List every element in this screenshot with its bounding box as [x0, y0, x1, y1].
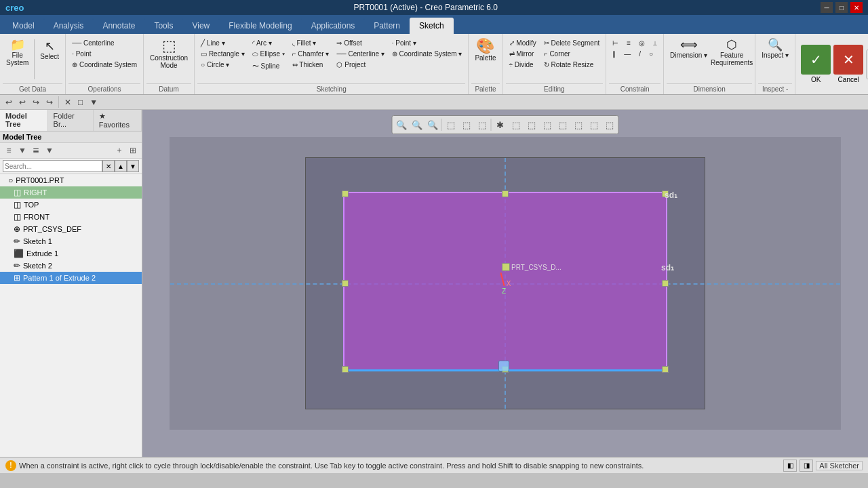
sidebar-tab-favorites[interactable]: ★ Favorites [94, 110, 142, 131]
vp-tool6-button[interactable]: ⬚ [587, 117, 601, 132]
constrain-btn-4[interactable]: ⟂ [650, 38, 660, 48]
sidebar-tab-model-tree[interactable]: Model Tree [0, 110, 48, 131]
tab-pattern[interactable]: Pattern [364, 18, 410, 34]
maximize-button[interactable]: □ [835, 2, 848, 13]
vp-tool7-button[interactable]: ⬚ [602, 117, 617, 132]
tab-tools[interactable]: Tools [144, 18, 182, 34]
qa-redo2-button[interactable]: ↪ [43, 96, 56, 108]
mirror-button[interactable]: ⇌ Mirror [506, 49, 540, 59]
line-button[interactable]: ╱ Line ▾ [197, 38, 248, 48]
delete-segment-button[interactable]: ✂ Delete Segment [540, 38, 604, 48]
tab-annotate[interactable]: Annotate [93, 18, 144, 34]
coord-system-button[interactable]: ⊕ Coordinate System [68, 60, 140, 70]
coord-system2-button[interactable]: ⊕ Coordinate System ▾ [389, 49, 466, 59]
handle-top-center[interactable] [502, 190, 509, 197]
cancel-button[interactable]: ✕ [833, 45, 863, 75]
close-button[interactable]: ✕ [850, 2, 863, 13]
point-button[interactable]: · Point [68, 49, 140, 59]
palette-button[interactable]: 🎨 Palette [471, 37, 499, 64]
constrain-btn-1[interactable]: ⊢ [609, 38, 622, 48]
tree-item-sketch1[interactable]: ✏ Sketch 1 [0, 235, 142, 247]
status-right-btn[interactable]: ◨ [800, 460, 813, 472]
vp-zoom-out-button[interactable]: 🔍 [410, 117, 425, 132]
corner-button[interactable]: ⌐ Corner [540, 49, 604, 59]
minimize-button[interactable]: ─ [821, 2, 833, 13]
tree-expand-button[interactable]: ⊞ [127, 144, 139, 157]
constrain-btn-6[interactable]: — [620, 49, 634, 59]
vp-tool4-button[interactable]: ⬚ [555, 117, 570, 132]
constrain-btn-7[interactable]: / [635, 49, 644, 59]
vp-zoom-in-button[interactable]: 🔍 [394, 117, 409, 132]
qa-redo-button[interactable]: ↪ [30, 96, 42, 108]
constrain-btn-2[interactable]: ≡ [623, 38, 634, 48]
tree-search-close-button[interactable]: ✕ [102, 160, 115, 172]
tree-item-prt0001[interactable]: ○ PRT0001.PRT [0, 174, 142, 186]
handle-top-left[interactable] [342, 190, 349, 197]
qa-undo-button[interactable]: ↩ [3, 96, 15, 108]
rectangle-button[interactable]: ▭ Rectangle ▾ [197, 49, 248, 59]
handle-bottom-left[interactable] [342, 366, 349, 373]
sidebar-tab-folder-browser[interactable]: Folder Br... [48, 110, 94, 131]
file-system-button[interactable]: 📁 FileSystem [3, 37, 32, 68]
tree-sort-button[interactable]: ▼ [43, 144, 56, 157]
tree-settings-button[interactable]: ≡ [3, 144, 15, 157]
vp-zoom-fit-button[interactable]: 🔍 [425, 117, 440, 132]
construction-mode-button[interactable]: ⬚ ConstructionMode [146, 37, 191, 71]
ellipse-button[interactable]: ⬭ Ellipse ▾ [249, 49, 288, 60]
project-button[interactable]: ⬡ Project [333, 60, 387, 70]
qa-more-button[interactable]: ▼ [87, 96, 100, 108]
3d-viewport[interactable]: PRT_CSYS_D... X Z sd₁ sd₁ [170, 137, 841, 430]
tab-model[interactable]: Model [3, 18, 44, 34]
constrain-btn-8[interactable]: ○ [646, 49, 656, 59]
tree-item-extrude1[interactable]: ⬛ Extrude 1 [0, 247, 142, 260]
modify-button[interactable]: ⤢ Modify [506, 38, 540, 48]
vp-zoom-area-button[interactable]: ⬚ [459, 117, 474, 132]
fillet-button[interactable]: ◟ Fillet ▾ [289, 38, 333, 48]
tree-columns-button[interactable]: ≣ [30, 144, 42, 157]
tree-item-pattern1[interactable]: ⊞ Pattern 1 of Extrude 2 [0, 272, 142, 284]
ok-button[interactable]: ✓ [801, 45, 831, 75]
tree-item-front[interactable]: ◫ FRONT [0, 211, 142, 223]
tree-add-button[interactable]: + [113, 144, 125, 157]
tree-item-prt-csys-def[interactable]: ⊕ PRT_CSYS_DEF [0, 223, 142, 235]
vp-star-button[interactable]: ✱ [493, 117, 508, 132]
feature-requirements-button[interactable]: ⬡ FeatureRequirements [711, 37, 752, 68]
circle-button[interactable]: ○ Circle ▾ [197, 60, 248, 70]
qa-delete-button[interactable]: ✕ [62, 96, 74, 108]
vp-tool3-button[interactable]: ⬚ [540, 117, 555, 132]
tab-flexible-modeling[interactable]: Flexible Modeling [219, 18, 301, 34]
tree-search-next-button[interactable]: ▼ [127, 160, 139, 172]
offset-button[interactable]: ⇒ Offset [333, 38, 387, 48]
vp-frame-button[interactable]: ⬚ [475, 117, 490, 132]
tree-item-sketch2[interactable]: ✏ Sketch 2 [0, 260, 142, 272]
arc-button[interactable]: ◜ Arc ▾ [249, 38, 288, 48]
chamfer-button[interactable]: ⌐ Chamfer ▾ [289, 49, 333, 59]
handle-mid-left[interactable] [342, 280, 349, 287]
centerline2-button[interactable]: ── Centerline ▾ [333, 49, 387, 59]
tree-search-input[interactable] [3, 160, 102, 172]
dimension-button[interactable]: ⟺ Dimension ▾ [667, 37, 711, 61]
tree-item-right[interactable]: ◫ RIGHT [0, 186, 142, 199]
tab-sketch[interactable]: Sketch [410, 18, 454, 34]
point2-button[interactable]: · Point ▾ [389, 38, 466, 48]
vp-tool5-button[interactable]: ⬚ [571, 117, 586, 132]
rotate-resize-button[interactable]: ↻ Rotate Resize [540, 60, 604, 70]
qa-regen-button[interactable]: □ [75, 96, 85, 108]
handle-bottom-right[interactable] [662, 366, 669, 373]
handle-mid-right[interactable] [662, 280, 669, 287]
tree-search-prev-button[interactable]: ▲ [115, 160, 127, 172]
inspect-button[interactable]: 🔍 Inspect ▾ [758, 37, 792, 61]
qa-undo2-button[interactable]: ↩ [16, 96, 28, 108]
divide-button[interactable]: ÷ Divide [506, 60, 540, 70]
select-button[interactable]: ↖ Select [37, 37, 62, 62]
tab-view[interactable]: View [182, 18, 219, 34]
spline-button[interactable]: 〜 Spline [249, 60, 288, 73]
constrain-btn-3[interactable]: ◎ [635, 38, 648, 48]
tree-filter-button[interactable]: ▼ [16, 144, 28, 157]
vp-tool1-button[interactable]: ⬚ [509, 117, 524, 132]
tree-item-top[interactable]: ◫ TOP [0, 199, 142, 211]
constrain-btn-5[interactable]: ∥ [609, 49, 619, 59]
tab-applications[interactable]: Applications [302, 18, 365, 34]
status-left-btn[interactable]: ◧ [783, 460, 797, 472]
vp-pan-button[interactable]: ⬚ [443, 117, 458, 132]
